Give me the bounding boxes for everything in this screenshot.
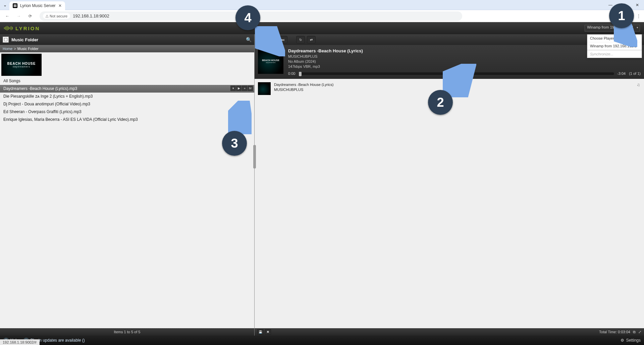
favicon-icon [13, 3, 17, 8]
save-playlist-icon[interactable]: 💾 [257, 329, 263, 335]
tab-close-icon[interactable]: ✕ [58, 3, 62, 8]
queue-art-icon [258, 82, 271, 95]
settings-link[interactable]: ⚙ Settings [621, 338, 641, 343]
breadcrumb-separator: > [14, 47, 16, 51]
left-footer: Items 1 to 5 of 5 [0, 328, 254, 336]
song-row[interactable]: Dj Project - Doua anotimpuri (Official V… [0, 100, 254, 108]
breadcrumb-home[interactable]: Home [3, 47, 12, 51]
warning-icon: △ [46, 14, 48, 18]
playback-controls: ⏮ ▶ ⏭ ↻ ⇄ 🔈 🔊 [255, 34, 644, 45]
left-pane: Music Folder 🔍 Home > Music Folder BEACH… [0, 34, 255, 336]
browser-tab-strip: ⌄ Lyrion Music Server ✕ — ▢ ✕ [0, 0, 644, 10]
app-bottom-bar: ? Help i Plugin updates are available ()… [0, 336, 644, 345]
url-text: 192.168.1.18:9002 [73, 13, 109, 18]
song-row[interactable]: Daydreamers -Beach House (Lyrics).mp3 ▾ … [0, 85, 254, 93]
folder-title: Music Folder [11, 37, 38, 42]
app-root: LYRION Winamp from 192.168.112.1 Choose … [0, 22, 644, 345]
album-art-line1: BEACH HOUSE [7, 62, 36, 65]
items-count: Items 1 to 5 of 5 [114, 330, 141, 334]
all-songs-row[interactable]: All Songs [0, 77, 254, 85]
fullscreen-icon[interactable]: ⤢ [638, 330, 641, 334]
clear-playlist-icon[interactable]: ✖ [265, 329, 271, 335]
repeat-button[interactable]: ↻ [296, 36, 305, 43]
svg-line-0 [617, 27, 631, 40]
brand-text: LYRION [15, 26, 40, 31]
song-action-queue-icon[interactable]: M [248, 86, 253, 91]
popout-icon[interactable]: ⧉ [633, 330, 636, 334]
song-row[interactable]: Die Piesangskille ᴢᴀ Inge 2 (Lyrics + En… [0, 93, 254, 100]
brand: LYRION [4, 26, 40, 31]
svg-line-1 [446, 69, 468, 94]
settings-label: Settings [626, 338, 641, 343]
elapsed-time: 0:00 [288, 71, 295, 76]
browser-nav-bar: ← → ⟳ △ Not secure 192.168.1.18:9002 ☆ ⋮ [0, 10, 644, 22]
search-icon[interactable]: 🔍 [246, 37, 252, 42]
shuffle-button[interactable]: ⇄ [307, 36, 316, 43]
browser-menu-icon[interactable]: ⋮ [637, 15, 641, 17]
tabs-dropdown-icon[interactable]: ⌄ [2, 2, 8, 8]
play-queue: Daydreamers -Beach House (Lyrics) MUSICH… [255, 79, 644, 328]
queue-item-artist: MUSICHUBPLUS [274, 87, 333, 92]
svg-line-2 [235, 106, 243, 131]
brand-icon [4, 26, 13, 31]
song-row[interactable]: Ed Sheeran - Overpass Graffiti (Lyrics).… [0, 108, 254, 116]
gear-icon: ⚙ [621, 338, 624, 343]
queue-item-title: Daydreamers -Beach House (Lyrics) [274, 82, 333, 87]
status-url: 192.168.1.18:9002/# [0, 339, 40, 345]
callout-badge-3: 3 [222, 131, 247, 156]
tab-title: Lyrion Music Server [20, 3, 56, 8]
song-row-actions: ▾ ▶ ＋ M [230, 86, 253, 91]
folder-album-art[interactable]: BEACH HOUSE daydreamers [1, 54, 42, 76]
player-menu-sync[interactable]: Synchronize... [587, 50, 642, 58]
callout-badge-4: 4 [235, 5, 260, 30]
breadcrumb: Home > Music Folder [0, 45, 254, 52]
arrow-4 [255, 26, 285, 56]
song-row[interactable]: Enrique Iglesias, Maria Becerra - ASI ES… [0, 116, 254, 124]
song-action-add-icon[interactable]: ＋ [242, 86, 247, 91]
right-footer: 💾 ✖ Total Time: 0:03:04 ⧉ ⤢ [255, 328, 644, 336]
window-close-icon[interactable]: ✕ [633, 3, 642, 7]
callout-badge-1: 1 [609, 3, 634, 28]
music-note-icon[interactable]: ♫ [637, 82, 640, 87]
security-badge[interactable]: △ Not secure [43, 13, 70, 19]
nav-forward-button[interactable]: → [15, 12, 23, 20]
folder-header: Music Folder 🔍 [0, 34, 254, 45]
splitter-handle[interactable] [253, 145, 256, 168]
app-header: LYRION Winamp from 192.168.112.1 Choose … [0, 22, 644, 34]
nav-back-button[interactable]: ← [3, 12, 11, 20]
arrow-3 [228, 101, 252, 134]
svg-line-3 [258, 30, 277, 48]
folder-icon [3, 37, 9, 43]
security-label: Not secure [50, 14, 67, 18]
album-art-line2: daydreamers [13, 65, 30, 68]
track-index: (1 of 1) [629, 71, 641, 76]
browser-tab[interactable]: Lyrion Music Server ✕ [9, 1, 65, 10]
remaining-time: -3:04 [617, 71, 626, 76]
main-split: Music Folder 🔍 Home > Music Folder BEACH… [0, 34, 644, 336]
song-action-play-icon[interactable]: ▶ [236, 86, 241, 91]
song-row-label: Daydreamers -Beach House (Lyrics).mp3 [3, 86, 77, 91]
nav-reload-button[interactable]: ⟳ [26, 12, 34, 20]
callout-badge-2: 2 [428, 90, 453, 115]
breadcrumb-current: Music Folder [17, 47, 39, 51]
song-action-more-icon[interactable]: ▾ [230, 86, 236, 91]
now-playing-album[interactable]: No Album (2024) [288, 59, 641, 63]
total-time-label: Total Time: 0:03:04 [599, 330, 630, 334]
